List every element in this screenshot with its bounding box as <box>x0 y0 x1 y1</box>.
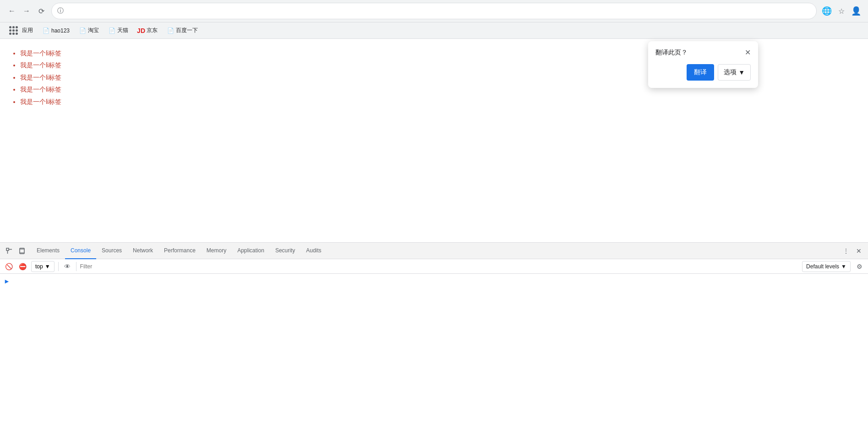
address-bar[interactable]: ⓘ E:/jQuery代码/day03/02.on事件委派.html <box>51 3 817 19</box>
back-button[interactable]: ← <box>5 5 18 17</box>
translate-close-button[interactable]: ✕ <box>745 49 751 56</box>
bookmark-hao123-label: hao123 <box>51 27 70 34</box>
default-levels-selector[interactable]: Default levels ▼ <box>802 261 851 272</box>
devtools-header: Elements Console Sources Network Perform… <box>0 243 868 259</box>
context-chevron-icon: ▼ <box>45 263 50 270</box>
bookmark-tianmao[interactable]: 📄 天猫 <box>104 25 132 36</box>
devtools-panel: Elements Console Sources Network Perform… <box>0 242 868 430</box>
translate-actions: 翻译 选项 ▼ <box>655 64 751 81</box>
console-filter-input[interactable] <box>80 263 798 270</box>
context-selector[interactable]: top ▼ <box>31 261 55 272</box>
doc-icon: 📄 <box>42 27 49 34</box>
tab-audits[interactable]: Audits <box>300 243 327 259</box>
browser-chrome: ← → ⟳ ⓘ E:/jQuery代码/day03/02.on事件委派.html… <box>0 0 868 39</box>
devtools-mobile-button[interactable] <box>16 245 27 256</box>
bookmark-jd-label: 京东 <box>147 27 158 34</box>
user-avatar-button[interactable]: 👤 <box>850 5 863 17</box>
bookmark-apps[interactable]: 应用 <box>5 24 37 37</box>
translate-options-button[interactable]: 选项 ▼ <box>718 64 751 81</box>
tab-application[interactable]: Application <box>232 243 270 259</box>
console-divider <box>58 262 59 271</box>
default-levels-chevron-icon: ▼ <box>841 263 846 270</box>
reload-button[interactable]: ⟳ <box>35 5 48 17</box>
bookmark-baidu[interactable]: 📄 百度一下 <box>163 25 202 36</box>
toolbar-right: 🌐 ☆ 👤 <box>820 5 863 17</box>
tab-memory[interactable]: Memory <box>201 243 232 259</box>
bookmark-star-button[interactable]: ☆ <box>835 5 848 17</box>
console-settings-button[interactable]: ⚙ <box>854 261 864 272</box>
tab-security[interactable]: Security <box>270 243 300 259</box>
console-prompt-arrow: ► <box>4 278 10 285</box>
devtools-close-button[interactable]: ✕ <box>853 245 864 256</box>
bookmarks-bar: 应用 📄 hao123 📄 淘宝 📄 天猫 JD 京东 📄 百度一下 <box>0 22 868 38</box>
nav-buttons: ← → ⟳ <box>5 5 48 17</box>
console-block-button[interactable]: ⛔ <box>17 261 27 272</box>
translate-popup-title: 翻译此页？ <box>655 49 688 57</box>
translate-popup-header: 翻译此页？ ✕ <box>655 49 751 57</box>
console-divider-2 <box>76 262 76 271</box>
bookmark-taobao[interactable]: 📄 淘宝 <box>75 25 103 36</box>
console-clear-button[interactable]: 🚫 <box>4 261 14 272</box>
bookmark-hao123[interactable]: 📄 hao123 <box>38 25 73 36</box>
devtools-more-button[interactable]: ⋮ <box>841 245 852 256</box>
url-input[interactable]: E:/jQuery代码/day03/02.on事件委派.html <box>67 7 811 15</box>
tab-sources[interactable]: Sources <box>96 243 127 259</box>
translate-button[interactable]: 翻译 <box>687 64 714 81</box>
options-label: 选项 <box>724 68 737 76</box>
console-content: ► <box>0 274 868 288</box>
doc-icon-tianmao: 📄 <box>108 27 115 34</box>
console-eye-button[interactable]: 👁 <box>62 261 72 272</box>
tab-console[interactable]: Console <box>65 243 96 259</box>
console-prompt[interactable]: ► <box>4 278 864 285</box>
list-item: 我是一个li标签 <box>20 97 859 107</box>
devtools-tabs: Elements Console Sources Network Perform… <box>31 243 841 259</box>
devtools-tab-end: ⋮ ✕ <box>841 245 864 256</box>
svg-rect-0 <box>6 248 9 250</box>
forward-button[interactable]: → <box>20 5 33 17</box>
context-label: top <box>35 263 43 270</box>
doc-icon-baidu: 📄 <box>167 27 174 34</box>
devtools-inspect-button[interactable] <box>4 245 15 256</box>
default-levels-label: Default levels <box>806 263 839 270</box>
tab-elements[interactable]: Elements <box>31 243 65 259</box>
bookmark-apps-label: 应用 <box>22 27 33 34</box>
tab-performance[interactable]: Performance <box>158 243 201 259</box>
translate-popup: 翻译此页？ ✕ 翻译 选项 ▼ <box>648 41 758 88</box>
bookmark-baidu-label: 百度一下 <box>176 27 198 34</box>
browser-toolbar: ← → ⟳ ⓘ E:/jQuery代码/day03/02.on事件委派.html… <box>0 0 868 22</box>
bookmark-taobao-label: 淘宝 <box>88 27 99 34</box>
tab-network[interactable]: Network <box>127 243 158 259</box>
console-toolbar: 🚫 ⛔ top ▼ 👁 Default levels ▼ ⚙ <box>0 259 868 274</box>
options-chevron-icon: ▼ <box>738 69 745 76</box>
bookmark-tianmao-label: 天猫 <box>117 27 128 34</box>
secure-icon: ⓘ <box>57 7 64 15</box>
apps-icon <box>9 26 18 35</box>
translate-icon-button[interactable]: 🌐 <box>820 5 833 17</box>
jd-icon: JD <box>137 27 145 34</box>
doc-icon-taobao: 📄 <box>79 27 86 34</box>
devtools-icons <box>4 245 27 256</box>
bookmark-jd[interactable]: JD 京东 <box>134 25 161 36</box>
